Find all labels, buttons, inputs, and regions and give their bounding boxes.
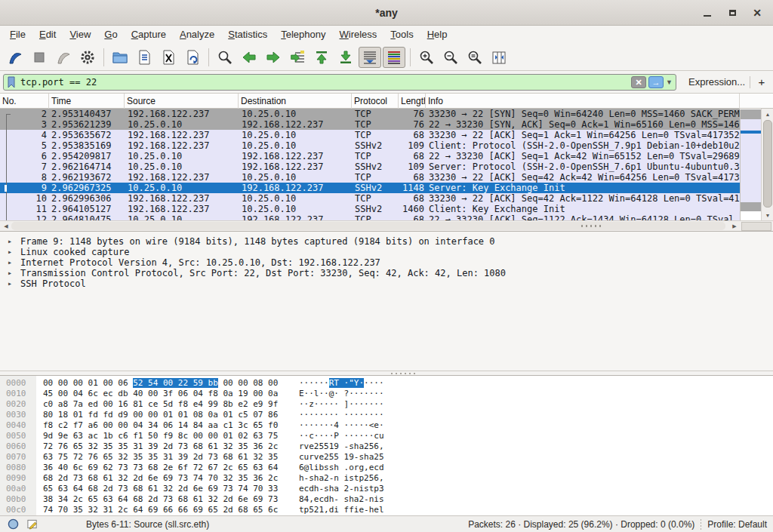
packet-list-horizontal-scrollbar[interactable]: ◀ ▶ [0, 220, 773, 231]
expand-triangle-icon[interactable]: ▸ [8, 278, 12, 289]
scroll-right-icon[interactable]: ▶ [729, 221, 740, 231]
hex-row-0040[interactable]: 0040f8 c2 f7 a6 00 00 04 34 06 14 84 aa … [0, 420, 773, 431]
packet-row-2[interactable]: 22.953140437192.168.122.23710.25.0.10TCP… [0, 109, 740, 119]
hex-row-0050[interactable]: 00509d 9e 63 ac 1b c6 f1 50 f9 8c 00 00 … [0, 431, 773, 441]
packet-row-4[interactable]: 42.953635672192.168.122.23710.25.0.10TCP… [0, 130, 740, 140]
menu-statistics[interactable]: Statistics [221, 26, 274, 44]
hex-row-0080[interactable]: 008036 40 6c 69 62 73 73 68 2e 6f 72 67 … [0, 463, 773, 473]
filter-apply-button[interactable]: → [648, 76, 664, 88]
go-last-button[interactable] [334, 47, 357, 68]
menu-tools[interactable]: Tools [383, 26, 420, 44]
save-file-button[interactable] [133, 47, 156, 68]
detail-line[interactable]: ▸SSH Protocol [0, 278, 773, 289]
expand-triangle-icon[interactable]: ▸ [8, 257, 12, 268]
hex-ascii[interactable]: ecdh-sha 2-nistp3 [299, 484, 384, 494]
hex-bytes[interactable]: 9d 9e 63 ac 1b c6 f1 50 f9 8c 00 00 01 0… [43, 431, 278, 441]
hex-ascii[interactable]: ··z····· ]······· [299, 399, 384, 410]
colorize-button[interactable] [383, 47, 405, 68]
expand-triangle-icon[interactable]: ▸ [8, 268, 12, 278]
zoom-normal-button[interactable] [463, 47, 486, 68]
capture-options-button[interactable] [76, 47, 99, 68]
column-header-no[interactable]: No. [0, 94, 49, 109]
menu-file[interactable]: File [3, 26, 32, 44]
expand-triangle-icon[interactable]: ▸ [8, 247, 12, 257]
horizontal-scroll-thumb[interactable] [11, 222, 725, 230]
packet-row-11[interactable]: 112.964105127192.168.122.23710.25.0.10SS… [0, 204, 740, 214]
hex-row-0090[interactable]: 009068 2d 73 68 61 32 2d 6e 69 73 74 70 … [0, 473, 773, 484]
packet-row-10[interactable]: 102.962996306192.168.122.23710.25.0.10TC… [0, 193, 740, 204]
find-packet-button[interactable] [214, 47, 236, 68]
scroll-up-icon[interactable]: ▲ [762, 109, 773, 119]
go-first-button[interactable] [310, 47, 333, 68]
hex-ascii[interactable]: h-sha2-n istp256, [299, 473, 384, 484]
expand-triangle-icon[interactable]: ▸ [8, 236, 12, 247]
go-back-button[interactable] [238, 47, 260, 68]
zoom-out-button[interactable] [439, 47, 462, 68]
scroll-down-icon[interactable]: ▼ [762, 210, 773, 220]
column-header-length[interactable]: Length [399, 94, 426, 109]
hex-bytes[interactable]: c0 a8 7a ed 00 16 81 ce 5d f8 e4 99 8b e… [43, 399, 278, 410]
hex-ascii[interactable]: ·······4 ·····<e· [299, 420, 384, 431]
column-header-source[interactable]: Source [125, 94, 239, 109]
menu-telephony[interactable]: Telephony [274, 26, 332, 44]
filter-bookmark-icon[interactable] [4, 75, 19, 90]
hex-bytes[interactable]: f8 c2 f7 a6 00 00 04 34 06 14 84 aa c1 3… [43, 420, 278, 431]
display-filter-field[interactable]: ✕ → ▼ [3, 74, 676, 91]
hex-bytes[interactable]: 74 70 35 32 31 2c 64 69 66 66 69 65 2d 6… [43, 505, 278, 515]
hex-bytes[interactable]: 68 2d 73 68 61 32 2d 6e 69 73 74 70 32 3… [43, 473, 278, 484]
menu-go[interactable]: Go [97, 26, 124, 44]
detail-line[interactable]: ▸Transmission Control Protocol, Src Port… [0, 268, 773, 278]
detail-line[interactable]: ▸Internet Protocol Version 4, Src: 10.25… [0, 257, 773, 268]
packet-list-vertical-scrollbar[interactable]: ▲ ▼ [761, 109, 773, 220]
hex-ascii[interactable]: 6@libssh .org,ecd [299, 463, 384, 473]
hex-ascii[interactable]: ··c····P ······cu [299, 431, 384, 441]
hex-row-00b0[interactable]: 00b038 34 2c 65 63 64 68 2d 73 68 61 32 … [0, 494, 773, 505]
go-to-packet-button[interactable] [286, 47, 309, 68]
hex-bytes[interactable]: 45 00 04 6c ec db 40 00 3f 06 04 f8 0a 1… [43, 389, 278, 399]
hex-row-00a0[interactable]: 00a065 63 64 68 2d 73 68 61 32 2d 6e 69 … [0, 484, 773, 494]
filter-dropdown-arrow[interactable]: ▼ [666, 78, 673, 86]
filter-add-button[interactable]: + [754, 74, 769, 91]
display-filter-input[interactable] [19, 75, 631, 89]
column-header-info[interactable]: Info [426, 94, 740, 109]
open-file-button[interactable] [109, 47, 131, 68]
hex-bytes[interactable]: 36 40 6c 69 62 73 73 68 2e 6f 72 67 2c 6… [43, 463, 278, 473]
intelligent-scrollbar-minimap[interactable] [740, 109, 761, 220]
hex-ascii[interactable]: ······RT ·"Y····· [299, 378, 384, 389]
filter-clear-button[interactable]: ✕ [631, 76, 646, 88]
hex-ascii[interactable]: tp521,di ffie-hel [299, 505, 384, 515]
packet-row-9[interactable]: 92.96296732510.25.0.10192.168.122.237SSH… [0, 183, 740, 193]
hex-row-0070[interactable]: 007063 75 72 76 65 32 35 35 31 39 2d 73 … [0, 452, 773, 463]
packet-row-12[interactable]: 122.96481047510.25.0.10192.168.122.237TC… [0, 214, 740, 220]
menu-capture[interactable]: Capture [125, 26, 173, 44]
hex-row-0060[interactable]: 006072 76 65 32 35 35 31 39 2d 73 68 61 … [0, 441, 773, 452]
hex-bytes[interactable]: 00 00 00 01 00 06 52 54 00 22 59 bb 00 0… [43, 378, 278, 389]
hex-bytes[interactable]: 38 34 2c 65 63 64 68 2d 73 68 61 32 2d 6… [43, 494, 278, 505]
start-capture-button[interactable] [4, 47, 26, 68]
column-header-destination[interactable]: Destination [239, 94, 352, 109]
hex-ascii[interactable]: 84,ecdh- sha2-nis [299, 494, 384, 505]
scroll-left-icon[interactable]: ◀ [1, 221, 11, 231]
hex-row-00c0[interactable]: 00c074 70 35 32 31 2c 64 69 66 66 69 65 … [0, 505, 773, 515]
detail-line[interactable]: ▸Frame 9: 1148 bytes on wire (9184 bits)… [0, 236, 773, 247]
packet-row-5[interactable]: 52.953835169192.168.122.23710.25.0.10SSH… [0, 140, 740, 151]
stop-capture-button[interactable] [28, 47, 51, 68]
packet-row-8[interactable]: 82.962193672192.168.122.23710.25.0.10TCP… [0, 172, 740, 183]
hex-ascii[interactable]: rve25519 -sha256, [299, 441, 384, 452]
menu-help[interactable]: Help [420, 26, 454, 44]
resize-columns-button[interactable] [488, 47, 510, 68]
restart-capture-button[interactable] [52, 47, 75, 68]
menu-wireless[interactable]: Wireless [333, 26, 384, 44]
menu-edit[interactable]: Edit [32, 26, 63, 44]
zoom-in-button[interactable] [415, 47, 438, 68]
close-file-button[interactable] [157, 47, 180, 68]
column-header-time[interactable]: Time [49, 94, 125, 109]
hex-row-0000[interactable]: 000000 00 00 01 00 06 52 54 00 22 59 bb … [0, 378, 773, 389]
hex-bytes[interactable]: 65 63 64 68 2d 73 68 61 32 2d 6e 69 73 7… [43, 484, 278, 494]
maximize-button[interactable] [723, 6, 741, 20]
packet-row-7[interactable]: 72.96216471410.25.0.10192.168.122.237SSH… [0, 161, 740, 172]
menu-analyze[interactable]: Analyze [173, 26, 221, 44]
expert-info-icon[interactable] [6, 518, 20, 530]
hex-ascii[interactable]: ········ ········ [299, 410, 384, 420]
hex-bytes[interactable]: 80 18 01 fd fd d9 00 00 01 01 08 0a 01 c… [43, 410, 278, 420]
